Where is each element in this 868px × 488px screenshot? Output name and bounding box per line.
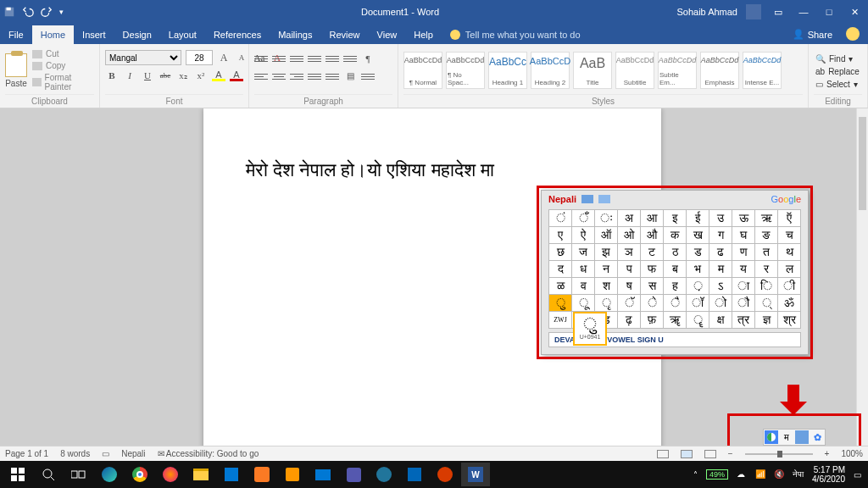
ime-character-grid[interactable]: ंँःअआइईउऊऋऍएऐऑओऔकखगघङचछजझञटठडढणतथदधनपफबभ… [548, 209, 801, 329]
ime-char[interactable]: ए [549, 227, 572, 244]
ime-char[interactable]: ॠ [664, 312, 687, 329]
undo-icon[interactable] [22, 6, 34, 18]
ime-char[interactable]: ो [709, 295, 732, 312]
shading-button[interactable]: ▤ [343, 70, 357, 82]
teams-icon[interactable] [339, 463, 368, 486]
decrease-indent-button[interactable] [308, 53, 321, 64]
ime-char[interactable]: ढ [709, 244, 732, 261]
ime-char[interactable]: य [732, 261, 755, 278]
ime-char[interactable]: ठ [664, 244, 687, 261]
ime-char[interactable]: े [641, 295, 664, 312]
subscript-button[interactable]: x₂ [176, 69, 190, 82]
ime-keyboard-icon[interactable] [795, 430, 809, 444]
grow-font-button[interactable]: A [217, 51, 231, 64]
ime-char[interactable]: ओ [618, 227, 641, 244]
strike-button[interactable]: abc [159, 69, 172, 82]
zoom-out-button[interactable]: − [728, 449, 733, 458]
ime-char[interactable]: फ़ [641, 312, 664, 329]
ime-char[interactable]: ु [549, 295, 572, 312]
chrome-icon[interactable] [125, 463, 154, 486]
show-marks-button[interactable]: ¶ [361, 52, 375, 65]
tab-home[interactable]: Home [32, 25, 74, 44]
underline-button[interactable]: U [141, 69, 154, 82]
ime-char[interactable]: फ [641, 261, 664, 278]
tab-references[interactable]: References [205, 25, 270, 44]
ime-char[interactable]: ॉ [687, 295, 709, 312]
ime-char[interactable]: औ [641, 227, 664, 244]
avatar[interactable] [746, 4, 761, 19]
replace-button[interactable]: abReplace [815, 67, 860, 76]
align-center-button[interactable] [272, 70, 286, 82]
highlight-button[interactable]: A [212, 69, 225, 81]
bold-button[interactable]: B [105, 69, 119, 82]
ime-char[interactable]: ृ [595, 295, 618, 312]
status-page[interactable]: Page 1 of 1 [5, 449, 48, 458]
ime-char[interactable]: ग [709, 227, 732, 244]
tray-expand-icon[interactable]: ˄ [693, 470, 698, 480]
tab-layout[interactable]: Layout [160, 25, 205, 44]
paste-button[interactable]: Paste [5, 79, 27, 88]
ime-char[interactable]: ऋ [755, 210, 778, 227]
ime-char[interactable]: प [618, 261, 641, 278]
save-icon[interactable] [3, 6, 15, 18]
status-words[interactable]: 8 words [60, 449, 90, 458]
tab-review[interactable]: Review [321, 25, 369, 44]
tab-help[interactable]: Help [405, 25, 442, 44]
ime-char[interactable]: ळ [549, 278, 572, 295]
zoom-level[interactable]: 100% [841, 449, 863, 458]
ime-script-indicator[interactable]: म [780, 430, 793, 444]
multilevel-button[interactable] [290, 53, 303, 64]
snagit-icon[interactable] [431, 463, 459, 486]
tab-file[interactable]: File [0, 25, 32, 44]
ime-char[interactable]: ङ [755, 227, 778, 244]
wordpress-icon[interactable] [370, 463, 398, 486]
ribbon-options-icon[interactable]: ▭ [770, 7, 787, 18]
ime-language-label[interactable]: Nepali [548, 194, 610, 204]
italic-button[interactable]: I [123, 69, 136, 82]
ime-char[interactable]: म [709, 261, 732, 278]
keyboard-icon-2[interactable] [598, 195, 610, 203]
ime-char[interactable]: व [572, 278, 595, 295]
borders-button[interactable] [361, 70, 375, 82]
xampp-icon[interactable] [248, 463, 276, 486]
justify-button[interactable] [308, 70, 321, 82]
edge-icon[interactable] [95, 463, 124, 486]
user-name[interactable]: Sohaib Ahmad [676, 7, 737, 17]
ime-char[interactable]: श्र [778, 312, 801, 329]
tab-design[interactable]: Design [114, 25, 160, 44]
copy-button[interactable]: Copy [32, 61, 94, 70]
read-mode-icon[interactable] [657, 450, 669, 458]
status-language[interactable]: Nepali [121, 449, 145, 458]
ime-char[interactable]: इ [664, 210, 687, 227]
ime-char[interactable]: झ [595, 244, 618, 261]
share-button[interactable]: 👤Share [782, 25, 843, 44]
font-color-button[interactable]: A [230, 69, 243, 81]
align-left-button[interactable] [254, 70, 268, 82]
style-emphasis[interactable]: AaBbCcDdEmphasis [700, 52, 739, 89]
ime-char[interactable]: क [664, 227, 687, 244]
task-view-icon[interactable] [64, 463, 93, 486]
notifications-icon[interactable]: ▭ [854, 470, 861, 480]
ime-char[interactable]: ऊ [732, 210, 755, 227]
ime-char[interactable]: श [595, 278, 618, 295]
ime-char[interactable]: ऽ [709, 278, 732, 295]
ime-char[interactable]: ण [732, 244, 755, 261]
document-text[interactable]: मेरो देश नेपाल हो।यो एशिया महादेश मा [246, 159, 619, 181]
status-spellcheck-icon[interactable]: ▭ [102, 449, 109, 458]
ime-char[interactable]: ँ [572, 210, 595, 227]
explorer-icon[interactable] [186, 463, 215, 486]
style-heading-2[interactable]: AaBbCcDHeading 2 [531, 52, 570, 89]
ime-char[interactable]: ी [778, 278, 801, 295]
ime-char[interactable]: ू [572, 295, 595, 312]
style--no-spac-[interactable]: AaBbCcDd¶ No Spac... [446, 52, 485, 89]
ime-char[interactable]: ं [549, 210, 572, 227]
style--normal[interactable]: AaBbCcDd¶ Normal [403, 52, 442, 89]
sublime-icon[interactable] [278, 463, 307, 486]
tab-view[interactable]: View [369, 25, 406, 44]
qat-more-icon[interactable]: ▾ [59, 8, 64, 16]
vscode-icon[interactable] [400, 463, 429, 486]
word-taskbar-icon[interactable]: W [461, 463, 490, 486]
ime-char[interactable]: ध [572, 261, 595, 278]
language-indicator[interactable]: नेपा [793, 469, 804, 480]
ime-char[interactable]: आ [641, 210, 664, 227]
